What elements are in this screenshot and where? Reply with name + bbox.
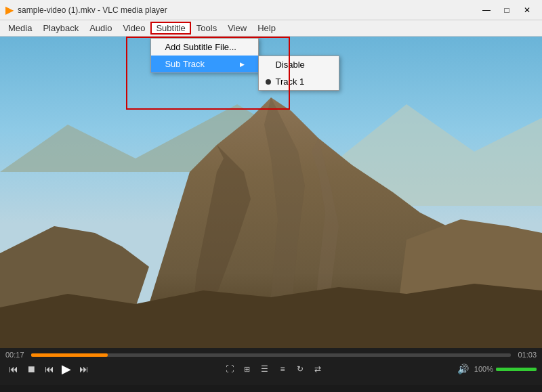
menu-bar: Media Playback Audio Video Subtitle Add …: [0, 20, 542, 37]
disable-item[interactable]: Disable: [259, 56, 339, 73]
volume-area: 🔊 100%: [455, 362, 537, 376]
view-button[interactable]: ⊞: [239, 362, 255, 376]
prev-button[interactable]: ⏭: [41, 362, 57, 376]
play-button[interactable]: ▶: [58, 362, 75, 376]
sub-track-item[interactable]: Sub Track: [151, 56, 258, 72]
menu-view[interactable]: View: [222, 20, 252, 36]
volume-bar[interactable]: [496, 368, 537, 371]
progress-fill: [31, 353, 108, 357]
menu-subtitle[interactable]: Subtitle: [150, 22, 190, 35]
time-total: 01:03: [515, 351, 537, 359]
skip-back-button[interactable]: ⏮: [5, 362, 22, 376]
subtitle-dropdown: Add Subtitle File... Sub Track Disable T…: [150, 38, 259, 73]
sub-track-wrapper: Sub Track Disable Track 1: [151, 56, 258, 72]
menu-media[interactable]: Media: [3, 20, 37, 36]
next-button[interactable]: ⏭: [76, 362, 92, 376]
time-current: 00:17: [5, 351, 27, 359]
add-subtitle-item[interactable]: Add Subtitle File...: [151, 39, 258, 56]
menu-playback[interactable]: Playback: [37, 20, 84, 36]
volume-icon-button[interactable]: 🔊: [455, 362, 472, 376]
sub-track-dropdown: Disable Track 1: [258, 56, 339, 91]
window-controls: — □ ✕: [477, 3, 537, 17]
track1-item[interactable]: Track 1: [259, 73, 339, 90]
random-button[interactable]: ⇄: [310, 362, 326, 376]
maximize-button[interactable]: □: [497, 3, 516, 17]
minimize-button[interactable]: —: [477, 3, 496, 17]
volume-label: 100%: [474, 365, 493, 373]
extended-button[interactable]: ☰: [257, 362, 273, 376]
loop-button[interactable]: ↻: [292, 362, 308, 376]
menu-help[interactable]: Help: [252, 20, 281, 36]
track1-label: Track 1: [275, 77, 304, 87]
view-controls: ⛶ ⊞ ☰ ≡ ↻ ⇄: [222, 362, 326, 376]
menu-subtitle-wrapper: Subtitle Add Subtitle File... Sub Track …: [150, 22, 190, 35]
menu-video[interactable]: Video: [117, 20, 150, 36]
playlist-button[interactable]: ≡: [274, 362, 291, 376]
progress-track[interactable]: [31, 353, 511, 357]
fullscreen-button[interactable]: ⛶: [222, 362, 238, 376]
app-icon: ▶: [5, 3, 14, 16]
buttons-row: ⏮ ⏹ ⏭ ▶ ⏭ ⛶ ⊞ ☰ ≡ ↻ ⇄ 🔊 100%: [5, 362, 537, 376]
controls-bar: 00:17 01:03 ⏮ ⏹ ⏭ ▶ ⏭ ⛶ ⊞ ☰ ≡ ↻ ⇄ 🔊 100%: [0, 348, 542, 385]
menu-tools[interactable]: Tools: [191, 20, 222, 36]
track1-bullet: [266, 79, 271, 85]
close-button[interactable]: ✕: [518, 3, 537, 17]
transport-controls: ⏮ ⏹ ⏭ ▶ ⏭: [5, 362, 92, 376]
stop-button[interactable]: ⏹: [23, 362, 39, 376]
window-title: sample-video (1).mkv - VLC media player: [18, 5, 167, 15]
menu-audio[interactable]: Audio: [84, 20, 117, 36]
title-bar: ▶ sample-video (1).mkv - VLC media playe…: [0, 0, 542, 20]
volume-fill: [496, 368, 537, 371]
progress-row: 00:17 01:03: [5, 351, 537, 359]
